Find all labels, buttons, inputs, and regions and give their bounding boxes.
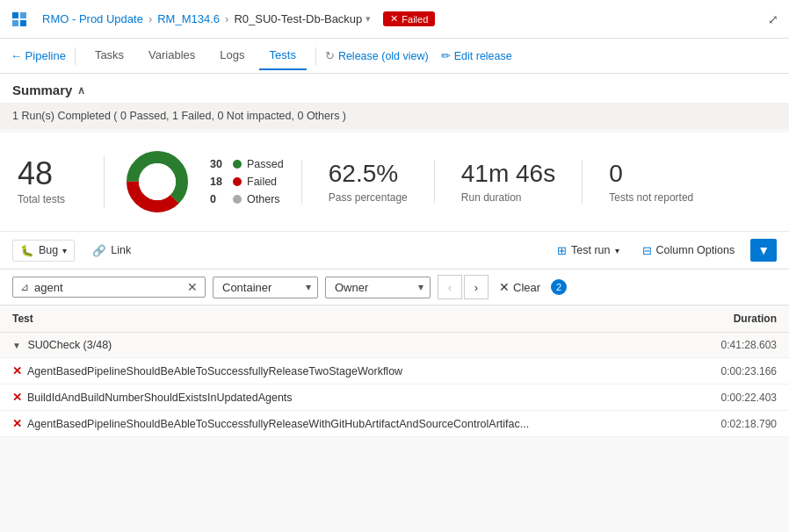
owner-select[interactable]: Owner (325, 277, 431, 298)
breadcrumb-release[interactable]: RM_M134.6 (157, 12, 220, 25)
release-old-view[interactable]: ↻ Release (old view) (325, 49, 429, 62)
stat-divider-1 (104, 155, 105, 208)
column-options-icon: ⊟ (642, 244, 652, 257)
search-input-wrap: ⊿ ✕ (12, 277, 206, 298)
total-tests-stat: 48 Total tests (18, 158, 86, 205)
filter-icon: ▼ (757, 243, 770, 257)
total-tests-number: 48 (18, 158, 65, 190)
filter-row: ⊿ ✕ Container Owner ‹ › ✕ Clear 2 (0, 270, 789, 306)
table-row[interactable]: ✕ AgentBasedPipelineShouldBeAbleToSucces… (0, 411, 789, 437)
col-test: Test (0, 306, 687, 333)
legend-others: 0 Others (210, 193, 284, 205)
stats-row: 48 Total tests 30 Pass (0, 133, 789, 232)
test-duration: 0:00:23.166 (687, 358, 789, 385)
edit-release[interactable]: ✏ Edit release (441, 49, 512, 62)
table-row[interactable]: ✕ AgentBasedPipelineShouldBeAbleToSucces… (0, 358, 789, 385)
test-duration: 0:00:22.403 (687, 385, 789, 411)
expand-icon[interactable]: ⤢ (768, 12, 778, 26)
expand-arrow[interactable]: ▼ (12, 341, 21, 350)
test-duration: 0:02:18.790 (687, 411, 789, 437)
azure-logo-icon (11, 11, 28, 28)
donut-section: 30 Passed 18 Failed 0 Others (122, 147, 301, 217)
column-options-button[interactable]: ⊟ Column Options (635, 241, 742, 261)
others-dot (233, 195, 242, 204)
pass-percentage-number: 62.5% (329, 160, 408, 188)
bug-button[interactable]: 🐛 Bug ▾ (12, 240, 75, 262)
testrun-chevron: ▾ (615, 246, 619, 255)
nav-tabs: ← Pipeline Tasks Variables Logs Tests ↻ … (0, 39, 789, 74)
back-pipeline[interactable]: ← Pipeline (11, 49, 66, 62)
test-run-button[interactable]: ⊞ Test run ▾ (550, 241, 626, 261)
results-table: Test Duration ▼ SU0Check (3/48) 0:41:28.… (0, 306, 789, 437)
group-duration: 0:41:28.603 (687, 333, 789, 358)
test-name-cell: ✕ AgentBasedPipelineShouldBeAbleToSucces… (0, 411, 687, 437)
svg-rect-0 (12, 12, 18, 18)
owner-select-wrap: Owner (325, 277, 431, 298)
svg-rect-1 (20, 12, 26, 18)
col-duration: Duration (687, 306, 789, 333)
breadcrumb-stage[interactable]: R0_SU0-Test-Db-Backup ▾ (234, 12, 371, 25)
pass-percentage-label: Pass percentage (329, 191, 408, 204)
results-table-wrap: Test Duration ▼ SU0Check (3/48) 0:41:28.… (0, 306, 789, 437)
run-duration-stat: 41m 46s Run duration (434, 160, 582, 204)
not-reported-label: Tests not reported (609, 191, 693, 204)
tab-variables[interactable]: Variables (138, 41, 206, 70)
pass-percentage-stat: 62.5% Pass percentage (301, 160, 434, 204)
total-tests-label: Total tests (18, 193, 65, 205)
search-input[interactable] (34, 281, 182, 294)
svg-rect-2 (12, 20, 18, 26)
status-badge: ✕ Failed (383, 11, 435, 26)
tab-tests[interactable]: Tests (259, 41, 307, 70)
table-group-row[interactable]: ▼ SU0Check (3/48) 0:41:28.603 (0, 333, 789, 358)
nav-separator-2 (315, 47, 316, 65)
filter-button[interactable]: ▼ (750, 239, 777, 262)
fail-icon: ✕ (12, 417, 22, 430)
donut-chart (122, 147, 192, 217)
breadcrumb-project[interactable]: RMO - Prod Update (42, 12, 143, 25)
next-arrow[interactable]: › (464, 275, 489, 299)
test-name-cell: ✕ BuildIdAndBuildNumberShouldExistsInUpd… (0, 385, 687, 411)
fail-icon: ✕ (12, 364, 22, 377)
legend-passed: 30 Passed (210, 158, 284, 170)
info-banner: 1 Run(s) Completed ( 0 Passed, 1 Failed,… (0, 103, 789, 129)
link-icon: 🔗 (92, 244, 106, 257)
legend-failed: 18 Failed (210, 176, 284, 188)
container-select[interactable]: Container (213, 277, 318, 298)
summary-chevron: ∧ (77, 84, 85, 97)
toolbar: 🐛 Bug ▾ 🔗 Link ⊞ Test run ▾ ⊟ Column Opt… (0, 232, 789, 270)
summary-title: Summary (12, 83, 72, 97)
clear-button[interactable]: ✕ Clear (496, 277, 544, 298)
search-icon: ⊿ (20, 281, 29, 293)
not-reported-number: 0 (609, 160, 693, 188)
tab-tasks[interactable]: Tasks (84, 41, 134, 70)
tab-logs[interactable]: Logs (209, 41, 255, 70)
run-duration-number: 41m 46s (461, 160, 555, 188)
nav-arrows: ‹ › (438, 275, 489, 299)
donut-legend: 30 Passed 18 Failed 0 Others (210, 158, 284, 205)
prev-arrow[interactable]: ‹ (438, 275, 462, 299)
passed-dot (233, 160, 242, 169)
nav-separator (75, 47, 76, 65)
breadcrumb-sep-1: › (148, 12, 152, 25)
main-content: Summary ∧ 1 Run(s) Completed ( 0 Passed,… (0, 74, 789, 532)
clear-input-icon[interactable]: ✕ (187, 280, 198, 294)
group-name-cell: ▼ SU0Check (3/48) (0, 333, 687, 358)
svg-rect-3 (20, 20, 26, 26)
breadcrumb-sep-2: › (225, 12, 228, 25)
bug-chevron: ▾ (62, 246, 67, 255)
container-select-wrap: Container (213, 277, 318, 298)
top-bar: RMO - Prod Update › RM_M134.6 › R0_SU0-T… (0, 0, 789, 39)
run-duration-label: Run duration (461, 191, 555, 204)
fail-icon: ✕ (12, 391, 22, 404)
toolbar-right: ⊞ Test run ▾ ⊟ Column Options ▼ (550, 239, 777, 262)
failed-dot (233, 177, 242, 186)
testrun-icon: ⊞ (557, 244, 567, 257)
link-button[interactable]: 🔗 Link (85, 241, 138, 261)
svg-point-7 (139, 163, 176, 200)
filter-count-badge: 2 (551, 279, 567, 295)
azure-logo (11, 11, 33, 28)
breadcrumb: RMO - Prod Update › RM_M134.6 › R0_SU0-T… (42, 11, 435, 26)
test-name-cell: ✕ AgentBasedPipelineShouldBeAbleToSucces… (0, 358, 687, 385)
summary-header[interactable]: Summary ∧ (0, 74, 789, 103)
table-row[interactable]: ✕ BuildIdAndBuildNumberShouldExistsInUpd… (0, 385, 789, 411)
